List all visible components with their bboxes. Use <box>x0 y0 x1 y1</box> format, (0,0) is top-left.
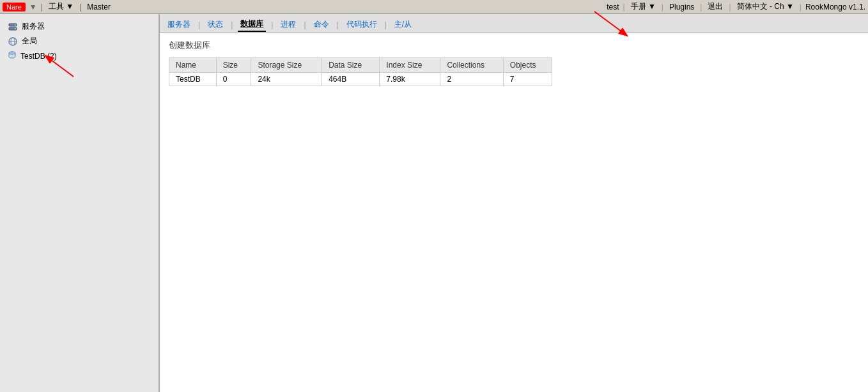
table-row[interactable]: TestDB 0 24k 464B 7.98k 2 7 <box>169 73 552 86</box>
sidebar: 服务器 全局 TestDB (2) <box>0 14 160 392</box>
col-name: Name <box>169 58 217 73</box>
sidebar-global-label: 全局 <box>22 36 37 47</box>
svg-point-8 <box>9 52 15 54</box>
content-area: 服务器 | 状态 | 数据库 | 进程 | 命令 | 代码执行 | 主/从 创建… <box>160 14 868 392</box>
tab-master-slave[interactable]: 主/从 <box>392 18 414 31</box>
sidebar-testdb-label: TestDB (2) <box>20 52 57 61</box>
sidebar-server-label: 服务器 <box>22 21 45 32</box>
plugins-menu[interactable]: Plugins <box>667 2 696 12</box>
master-menu[interactable]: Master <box>85 2 112 12</box>
logout-button[interactable]: 退出 <box>706 1 725 13</box>
server-icon <box>8 22 18 32</box>
separator-pipe-1: | <box>41 3 43 11</box>
section-title: 创建数据库 <box>169 40 859 51</box>
tab-command[interactable]: 命令 <box>311 18 332 31</box>
sidebar-item-testdb[interactable]: TestDB (2) <box>0 49 159 63</box>
user-label: test <box>607 3 619 11</box>
version-label: RookMongo v1.1. <box>805 3 865 11</box>
col-objects: Objects <box>503 58 552 73</box>
main-layout: 服务器 全局 TestDB (2) <box>0 14 868 392</box>
cell-name: TestDB <box>169 73 217 86</box>
tab-code-exec[interactable]: 代码执行 <box>344 18 380 31</box>
top-bar-left: Nare ▼ | 工具 ▼ | Master <box>3 1 112 13</box>
col-storage-size: Storage Size <box>251 58 322 73</box>
language-menu[interactable]: 简体中文 - Ch ▼ <box>735 1 796 13</box>
separator-pipe-2: | <box>79 3 81 11</box>
cell-index-size: 7.98k <box>380 73 440 86</box>
tab-process[interactable]: 进程 <box>278 18 298 31</box>
col-size: Size <box>216 58 251 73</box>
app-label: Nare <box>3 3 26 11</box>
cell-collections: 2 <box>440 73 503 86</box>
content-body: 创建数据库 Name Size Storage Size Data Size I… <box>160 33 868 392</box>
separator-1: ▼ <box>29 3 37 11</box>
tab-server[interactable]: 服务器 <box>165 18 193 31</box>
globe-icon <box>8 36 18 47</box>
database-table: Name Size Storage Size Data Size Index S… <box>169 57 552 86</box>
db-icon <box>8 50 17 61</box>
tab-status[interactable]: 状态 <box>205 18 226 31</box>
svg-point-3 <box>15 28 16 29</box>
cell-storage-size: 24k <box>251 73 322 86</box>
tools-menu[interactable]: 工具 ▼ <box>47 1 75 13</box>
cell-objects: 7 <box>503 73 552 86</box>
cell-data-size: 464B <box>322 73 380 86</box>
col-index-size: Index Size <box>380 58 440 73</box>
svg-point-2 <box>15 24 16 26</box>
col-collections: Collections <box>440 58 503 73</box>
manual-menu[interactable]: 手册 ▼ <box>629 1 658 13</box>
tab-database[interactable]: 数据库 <box>238 17 266 32</box>
top-bar-right: test | 手册 ▼ | Plugins | 退出 | 简体中文 - Ch ▼… <box>607 1 865 13</box>
tab-bar: 服务器 | 状态 | 数据库 | 进程 | 命令 | 代码执行 | 主/从 <box>160 14 868 33</box>
sidebar-item-global[interactable]: 全局 <box>0 34 159 49</box>
col-data-size: Data Size <box>322 58 380 73</box>
cell-size: 0 <box>216 73 251 86</box>
sidebar-item-server[interactable]: 服务器 <box>0 19 159 34</box>
top-bar: Nare ▼ | 工具 ▼ | Master test | 手册 ▼ | Plu… <box>0 0 868 14</box>
